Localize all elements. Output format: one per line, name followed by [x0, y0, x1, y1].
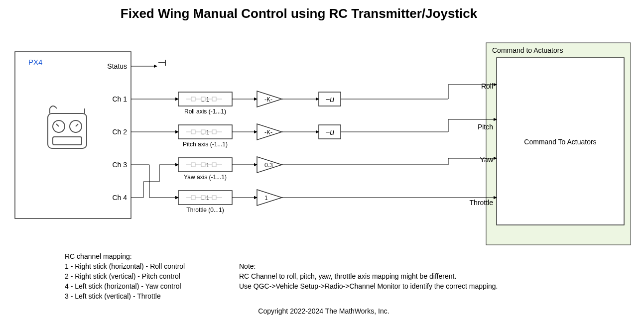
svg-rect-13: [212, 130, 216, 134]
actuator-block-title: Command To Actuators: [524, 138, 596, 146]
svg-rect-19: [191, 196, 195, 200]
scale-roll[interactable]: 1 1 Roll axis (-1...1): [178, 92, 232, 115]
port-ch2-label: Ch 2: [112, 128, 127, 136]
neg-pitch[interactable]: −u: [319, 125, 341, 139]
gain-pitch[interactable]: -K-: [257, 124, 282, 140]
gain-yaw[interactable]: 0.3: [257, 157, 282, 173]
gain-thr-value: 1: [264, 195, 268, 202]
wire-ch2-d: [341, 119, 497, 132]
gain-yaw-value: 0.3: [264, 162, 273, 169]
in-thr-label: Throttle: [470, 199, 494, 207]
status-terminator[interactable]: [157, 59, 168, 69]
scale-roll-caption: Roll axis (-1...1): [184, 108, 226, 115]
page-title: Fixed Wing Manual Control using RC Trans…: [121, 6, 478, 21]
in-yaw-label: Yaw: [480, 156, 494, 164]
px4-label: PX4: [28, 58, 42, 66]
svg-rect-8: [201, 97, 205, 101]
port-ch1-label: Ch 1: [112, 95, 127, 103]
svg-rect-12: [201, 130, 205, 134]
gain-throttle[interactable]: 1: [257, 190, 282, 206]
in-pitch-label: Pitch: [478, 123, 493, 131]
svg-text:3 - Left stick (vertical) - Th: 3 - Left stick (vertical) - Throttle: [65, 292, 161, 300]
note-text: Note: RC Channel to roll, pitch, yaw, th…: [239, 262, 498, 290]
svg-rect-15: [191, 163, 195, 167]
wire-ch3-a: [131, 165, 178, 198]
neg-roll-label: −u: [325, 95, 334, 104]
scale-yaw-caption: Yaw axis (-1...1): [184, 174, 227, 181]
scale-thr-caption: Throttle (0...1): [186, 207, 224, 213]
wire-ch4-c: [282, 158, 497, 165]
svg-text:2 - Right stick (vertical) - P: 2 - Right stick (vertical) - Pitch contr…: [65, 272, 180, 280]
svg-rect-20: [201, 196, 205, 200]
actuator-area-title: Command to Actuators: [492, 46, 563, 54]
port-ch3-label: Ch 3: [112, 161, 127, 169]
port-status-label: Status: [107, 62, 127, 70]
wire-ch4-a: [131, 165, 178, 198]
svg-rect-9: [212, 97, 216, 101]
wire-ch1-d: [341, 85, 497, 99]
svg-rect-16: [201, 163, 205, 167]
svg-rect-21: [212, 196, 216, 200]
svg-text:1 - Right stick (horizontal) -: 1 - Right stick (horizontal) - Roll cont…: [65, 262, 185, 270]
svg-rect-17: [212, 163, 216, 167]
gain-roll-value: -K-: [264, 96, 272, 103]
px4-source-block[interactable]: PX4 Status Ch 1 Ch 2 Ch 3 Ch 4: [15, 52, 131, 218]
neg-roll[interactable]: −u: [319, 92, 341, 106]
scale-throttle[interactable]: 1 1 Throttle (0...1): [178, 191, 232, 213]
rc-mapping-note: RC channel mapping: 1 - Right stick (hor…: [65, 252, 185, 300]
neg-pitch-label: −u: [325, 128, 334, 136]
svg-rect-7: [191, 97, 195, 101]
svg-text:RC Channel to roll, pitch, yaw: RC Channel to roll, pitch, yaw, throttle…: [239, 272, 456, 280]
svg-text:RC channel mapping:: RC channel mapping:: [65, 252, 132, 260]
scale-pitch-caption: Pitch axis (-1...1): [183, 141, 228, 148]
gain-roll[interactable]: -K-: [257, 91, 282, 107]
svg-text:Use QGC->Vehicle Setup->Radio-: Use QGC->Vehicle Setup->Radio->Channel M…: [239, 282, 498, 290]
svg-text:4 - Left stick (horizontal) - : 4 - Left stick (horizontal) - Yaw contro…: [65, 282, 181, 290]
svg-rect-11: [191, 130, 195, 134]
in-roll-label: Roll: [481, 82, 493, 90]
scale-yaw[interactable]: 1 1 Yaw axis (-1...1): [178, 158, 232, 181]
svg-text:Note:: Note:: [239, 262, 256, 270]
gain-pitch-value: -K-: [264, 129, 272, 136]
port-ch4-label: Ch 4: [112, 194, 127, 202]
scale-pitch[interactable]: 1 1 Pitch axis (-1...1): [178, 125, 232, 148]
svg-rect-5: [157, 59, 168, 69]
copyright: Copyright 2022-2024 The MathWorks, Inc.: [258, 307, 389, 315]
